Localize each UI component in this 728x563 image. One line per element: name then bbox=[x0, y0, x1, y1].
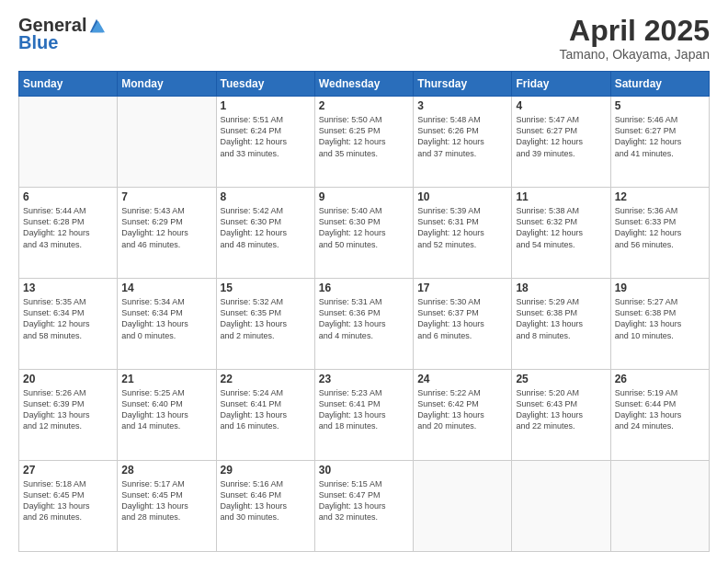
day-number: 9 bbox=[319, 190, 409, 203]
col-wednesday: Wednesday bbox=[314, 72, 413, 97]
day-number: 26 bbox=[615, 373, 705, 385]
calendar-cell: 22 Sunrise: 5:24 AMSunset: 6:41 PMDaylig… bbox=[216, 370, 314, 461]
day-info: Sunrise: 5:40 AMSunset: 6:30 PMDaylight:… bbox=[319, 206, 386, 248]
calendar-cell bbox=[610, 461, 709, 552]
day-number: 19 bbox=[615, 282, 705, 294]
day-number: 30 bbox=[319, 464, 409, 477]
day-number: 16 bbox=[319, 282, 409, 294]
day-number: 29 bbox=[221, 464, 311, 477]
col-thursday: Thursday bbox=[414, 72, 512, 97]
day-info: Sunrise: 5:29 AMSunset: 6:38 PMDaylight:… bbox=[516, 297, 583, 339]
day-info: Sunrise: 5:50 AMSunset: 6:25 PMDaylight:… bbox=[319, 115, 386, 157]
calendar-cell: 19 Sunrise: 5:27 AMSunset: 6:38 PMDaylig… bbox=[610, 279, 709, 370]
day-number: 23 bbox=[319, 373, 409, 385]
day-number: 4 bbox=[516, 99, 606, 112]
day-number: 14 bbox=[121, 282, 211, 294]
day-number: 5 bbox=[615, 99, 705, 112]
day-info: Sunrise: 5:23 AMSunset: 6:41 PMDaylight:… bbox=[319, 388, 386, 431]
calendar-cell: 9 Sunrise: 5:40 AMSunset: 6:30 PMDayligh… bbox=[314, 188, 413, 279]
calendar-cell: 25 Sunrise: 5:20 AMSunset: 6:43 PMDaylig… bbox=[512, 370, 610, 461]
calendar-cell bbox=[512, 461, 610, 552]
day-number: 18 bbox=[516, 282, 606, 294]
calendar-cell: 1 Sunrise: 5:51 AMSunset: 6:24 PMDayligh… bbox=[216, 97, 314, 188]
calendar-cell: 18 Sunrise: 5:29 AMSunset: 6:38 PMDaylig… bbox=[512, 279, 610, 370]
day-number: 7 bbox=[121, 190, 211, 203]
day-number: 20 bbox=[23, 373, 113, 385]
day-number: 21 bbox=[121, 373, 211, 385]
day-info: Sunrise: 5:32 AMSunset: 6:35 PMDaylight:… bbox=[221, 297, 288, 339]
day-number: 8 bbox=[221, 190, 311, 203]
day-number: 17 bbox=[417, 282, 507, 294]
day-info: Sunrise: 5:38 AMSunset: 6:32 PMDaylight:… bbox=[516, 206, 583, 248]
calendar-cell bbox=[19, 97, 118, 188]
day-info: Sunrise: 5:19 AMSunset: 6:44 PMDaylight:… bbox=[615, 388, 682, 431]
calendar-cell: 28 Sunrise: 5:17 AMSunset: 6:45 PMDaylig… bbox=[118, 461, 216, 552]
day-number: 3 bbox=[417, 99, 507, 112]
calendar-cell: 29 Sunrise: 5:16 AMSunset: 6:46 PMDaylig… bbox=[216, 461, 314, 552]
col-sunday: Sunday bbox=[19, 72, 118, 97]
day-info: Sunrise: 5:51 AMSunset: 6:24 PMDaylight:… bbox=[221, 115, 288, 157]
day-number: 2 bbox=[319, 99, 409, 112]
day-info: Sunrise: 5:47 AMSunset: 6:27 PMDaylight:… bbox=[516, 115, 583, 157]
day-info: Sunrise: 5:15 AMSunset: 6:47 PMDaylight:… bbox=[319, 479, 386, 522]
calendar-cell bbox=[118, 97, 216, 188]
calendar-cell: 13 Sunrise: 5:35 AMSunset: 6:34 PMDaylig… bbox=[19, 279, 118, 370]
calendar-cell: 14 Sunrise: 5:34 AMSunset: 6:34 PMDaylig… bbox=[118, 279, 216, 370]
day-info: Sunrise: 5:48 AMSunset: 6:26 PMDaylight:… bbox=[417, 115, 484, 157]
day-info: Sunrise: 5:46 AMSunset: 6:27 PMDaylight:… bbox=[615, 115, 682, 157]
calendar-cell: 4 Sunrise: 5:47 AMSunset: 6:27 PMDayligh… bbox=[512, 97, 610, 188]
calendar-cell: 26 Sunrise: 5:19 AMSunset: 6:44 PMDaylig… bbox=[610, 370, 709, 461]
calendar-cell: 7 Sunrise: 5:43 AMSunset: 6:29 PMDayligh… bbox=[118, 188, 216, 279]
day-info: Sunrise: 5:36 AMSunset: 6:33 PMDaylight:… bbox=[615, 206, 682, 248]
day-info: Sunrise: 5:44 AMSunset: 6:28 PMDaylight:… bbox=[23, 206, 90, 248]
day-info: Sunrise: 5:22 AMSunset: 6:42 PMDaylight:… bbox=[417, 388, 484, 431]
logo: General Blue bbox=[18, 15, 105, 53]
calendar-cell: 12 Sunrise: 5:36 AMSunset: 6:33 PMDaylig… bbox=[610, 188, 709, 279]
day-number: 25 bbox=[516, 373, 606, 385]
calendar-cell: 11 Sunrise: 5:38 AMSunset: 6:32 PMDaylig… bbox=[512, 188, 610, 279]
day-number: 24 bbox=[417, 373, 507, 385]
logo-blue: Blue bbox=[18, 32, 58, 53]
calendar-cell: 5 Sunrise: 5:46 AMSunset: 6:27 PMDayligh… bbox=[610, 97, 709, 188]
day-number: 12 bbox=[615, 190, 705, 203]
day-number: 15 bbox=[221, 282, 311, 294]
calendar-cell: 15 Sunrise: 5:32 AMSunset: 6:35 PMDaylig… bbox=[216, 279, 314, 370]
day-number: 10 bbox=[417, 190, 507, 203]
day-info: Sunrise: 5:27 AMSunset: 6:38 PMDaylight:… bbox=[615, 297, 682, 339]
day-number: 13 bbox=[23, 282, 113, 294]
day-info: Sunrise: 5:26 AMSunset: 6:39 PMDaylight:… bbox=[23, 388, 90, 431]
day-info: Sunrise: 5:43 AMSunset: 6:29 PMDaylight:… bbox=[121, 206, 188, 248]
location: Tamano, Okayama, Japan bbox=[560, 47, 710, 62]
day-number: 11 bbox=[516, 190, 606, 203]
calendar-cell: 8 Sunrise: 5:42 AMSunset: 6:30 PMDayligh… bbox=[216, 188, 314, 279]
col-saturday: Saturday bbox=[610, 72, 709, 97]
day-number: 1 bbox=[221, 99, 311, 112]
month-title: April 2025 bbox=[560, 15, 710, 47]
day-info: Sunrise: 5:17 AMSunset: 6:45 PMDaylight:… bbox=[121, 479, 188, 522]
day-info: Sunrise: 5:31 AMSunset: 6:36 PMDaylight:… bbox=[319, 297, 386, 339]
col-friday: Friday bbox=[512, 72, 610, 97]
day-info: Sunrise: 5:20 AMSunset: 6:43 PMDaylight:… bbox=[516, 388, 583, 431]
day-number: 22 bbox=[221, 373, 311, 385]
calendar-cell: 20 Sunrise: 5:26 AMSunset: 6:39 PMDaylig… bbox=[19, 370, 118, 461]
day-number: 6 bbox=[23, 190, 113, 203]
calendar-header-row: Sunday Monday Tuesday Wednesday Thursday… bbox=[19, 72, 710, 97]
day-info: Sunrise: 5:39 AMSunset: 6:31 PMDaylight:… bbox=[417, 206, 484, 248]
calendar-cell: 27 Sunrise: 5:18 AMSunset: 6:45 PMDaylig… bbox=[19, 461, 118, 552]
day-info: Sunrise: 5:25 AMSunset: 6:40 PMDaylight:… bbox=[121, 388, 188, 431]
day-number: 28 bbox=[121, 464, 211, 477]
logo-icon bbox=[88, 17, 105, 34]
header-right: April 2025 Tamano, Okayama, Japan bbox=[560, 15, 710, 62]
day-info: Sunrise: 5:18 AMSunset: 6:45 PMDaylight:… bbox=[23, 479, 90, 522]
day-info: Sunrise: 5:30 AMSunset: 6:37 PMDaylight:… bbox=[417, 297, 484, 339]
calendar-cell: 23 Sunrise: 5:23 AMSunset: 6:41 PMDaylig… bbox=[314, 370, 413, 461]
day-info: Sunrise: 5:42 AMSunset: 6:30 PMDaylight:… bbox=[221, 206, 288, 248]
day-number: 27 bbox=[23, 464, 113, 477]
col-monday: Monday bbox=[118, 72, 216, 97]
calendar-cell: 17 Sunrise: 5:30 AMSunset: 6:37 PMDaylig… bbox=[414, 279, 512, 370]
day-info: Sunrise: 5:24 AMSunset: 6:41 PMDaylight:… bbox=[221, 388, 288, 431]
page: General Blue April 2025 Tamano, Okayama,… bbox=[0, 0, 728, 563]
header: General Blue April 2025 Tamano, Okayama,… bbox=[18, 15, 710, 62]
day-info: Sunrise: 5:34 AMSunset: 6:34 PMDaylight:… bbox=[121, 297, 188, 339]
day-info: Sunrise: 5:35 AMSunset: 6:34 PMDaylight:… bbox=[23, 297, 90, 339]
